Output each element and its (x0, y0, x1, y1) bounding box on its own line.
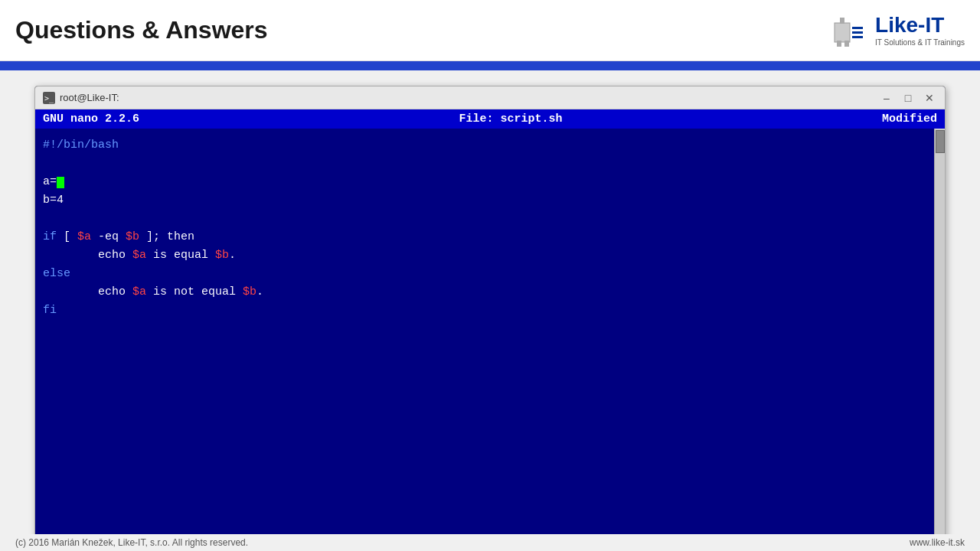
code-line-empty-2 (43, 338, 926, 357)
page-title: Questions & Answers (15, 16, 268, 44)
copyright-text: (c) 2016 Marián Knežek, Like-IT, s.r.o. … (15, 537, 248, 548)
svg-rect-1 (840, 18, 844, 24)
code-line-empty-5 (43, 393, 926, 412)
code-line-10: fi (43, 302, 926, 320)
code-line-6: if [ $a -eq $b ]; then (43, 228, 926, 246)
logo-text-area: Like-IT IT Solutions & IT Trainings (875, 13, 965, 47)
svg-rect-4 (852, 27, 863, 29)
code-line-1: #!/bin/bash (43, 136, 926, 155)
nano-modified: Modified (882, 112, 937, 126)
svg-text:>_: >_ (44, 94, 54, 103)
logo-icon (831, 11, 869, 50)
footer: (c) 2016 Marián Knežek, Like-IT, s.r.o. … (0, 534, 980, 551)
logo-area: Like-IT IT Solutions & IT Trainings (831, 11, 965, 50)
close-button[interactable]: ✕ (922, 90, 937, 106)
svg-rect-6 (852, 36, 863, 38)
svg-rect-5 (852, 31, 863, 34)
terminal-icon: >_ (43, 92, 55, 104)
svg-rect-2 (837, 41, 841, 47)
code-line-5 (43, 210, 926, 228)
nano-version: GNU nano 2.2.6 (43, 112, 139, 126)
code-line-2 (43, 155, 926, 173)
code-line-empty-3 (43, 357, 926, 375)
code-line-empty-10 (43, 485, 926, 504)
code-line-empty-8 (43, 448, 926, 467)
logo-subtitle: IT Solutions & IT Trainings (875, 37, 965, 47)
scroll-thumb[interactable] (936, 130, 945, 153)
website-url: www.like-it.sk (910, 537, 965, 548)
svg-rect-0 (835, 23, 850, 42)
main-content: >_ root@Like-IT: – □ ✕ GNU nano 2.2.6 Fi… (0, 70, 980, 551)
svg-rect-3 (844, 41, 849, 47)
logo-name: Like-IT (875, 13, 965, 37)
code-line-8: else (43, 265, 926, 283)
code-line-7: echo $a is equal $b. (43, 246, 926, 265)
header: Questions & Answers Like-IT IT Solutions… (0, 0, 980, 61)
code-line-empty-7 (43, 430, 926, 448)
maximize-button[interactable]: □ (900, 90, 916, 106)
nano-file: File: script.sh (459, 112, 562, 126)
code-line-empty-1 (43, 320, 926, 338)
code-line-empty-9 (43, 467, 926, 485)
cursor (57, 177, 64, 188)
nano-editor-area: #!/bin/bash a= b=4 if [ $a -eq $b ]; the… (35, 129, 945, 548)
window-title: root@Like-IT: (60, 92, 119, 103)
minimize-button[interactable]: – (879, 90, 894, 106)
scrollbar[interactable] (934, 129, 945, 548)
window-controls: – □ ✕ (879, 90, 937, 106)
code-line-empty-6 (43, 412, 926, 430)
code-line-empty-4 (43, 375, 926, 393)
code-line-3: a= (43, 173, 926, 191)
code-line-9: echo $a is not equal $b. (43, 283, 926, 302)
code-line-4: b=4 (43, 191, 926, 210)
terminal-window: >_ root@Like-IT: – □ ✕ GNU nano 2.2.6 Fi… (34, 86, 946, 551)
nano-editor[interactable]: #!/bin/bash a= b=4 if [ $a -eq $b ]; the… (35, 129, 934, 548)
accent-bar (0, 61, 980, 70)
code-line-empty-11 (43, 504, 926, 522)
window-titlebar: >_ root@Like-IT: – □ ✕ (35, 86, 945, 109)
titlebar-left: >_ root@Like-IT: (43, 92, 119, 104)
nano-header: GNU nano 2.2.6 File: script.sh Modified (35, 109, 945, 129)
